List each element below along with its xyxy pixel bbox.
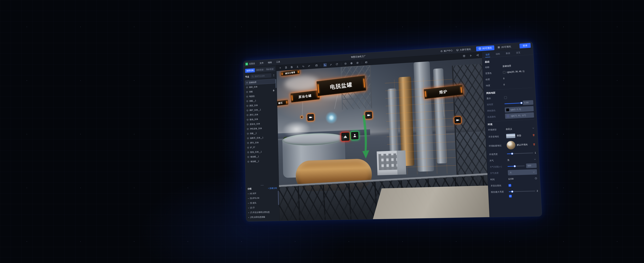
weather-range-input[interactable]: 500 <box>526 163 537 168</box>
env-brightness-value: 1 <box>535 152 536 154</box>
trash-icon[interactable] <box>532 134 535 136</box>
tab-animation[interactable]: 动画 <box>495 51 500 57</box>
mode-2d-button[interactable]: 2D可视化 <box>495 44 514 50</box>
groups-scrollbar[interactable] <box>278 191 279 205</box>
prop-row-sun-max: 阳光最大亮度 2 <box>491 188 538 195</box>
sun-max-slider[interactable] <box>509 191 535 192</box>
undo-button[interactable] <box>302 64 305 68</box>
env-brightness-slider[interactable] <box>507 153 533 154</box>
share-button[interactable] <box>476 53 480 57</box>
trash-icon[interactable] <box>533 143 536 146</box>
export-button[interactable] <box>296 65 299 68</box>
anchor-dot-marker[interactable] <box>301 116 303 118</box>
group-item[interactable]: ▸(29) 全部信息面板 <box>247 214 278 220</box>
move-tool-button[interactable] <box>329 63 333 66</box>
tab-data[interactable]: 数据 <box>505 50 510 56</box>
nodes-title: 节点 <box>245 75 249 78</box>
monitor-icon <box>456 49 459 51</box>
clock-icon[interactable] <box>534 177 537 180</box>
opacity-slider[interactable] <box>504 103 522 104</box>
collapse-all-icon[interactable] <box>272 74 275 76</box>
weather-range-slider[interactable] <box>508 166 524 167</box>
sunlight-checkbox[interactable]: ✓ <box>508 184 511 187</box>
group-item[interactable]: ▸(7) 常压分馏塔分层信息 <box>247 210 278 215</box>
camera-marker[interactable] <box>307 114 314 121</box>
latitude-value[interactable]: 0 <box>504 84 505 86</box>
sphere-view-button[interactable] <box>350 62 353 65</box>
weather-select[interactable]: 无 <box>507 158 536 162</box>
cube-icon <box>246 118 248 121</box>
cube-icon <box>247 132 249 135</box>
cube-icon <box>247 142 249 144</box>
node-search[interactable] <box>250 73 271 79</box>
save-button[interactable] <box>290 65 293 69</box>
login-button[interactable]: 登录 <box>520 43 531 48</box>
app-logo[interactable]: 乐吾乐 <box>245 62 255 66</box>
cube-icon <box>247 128 249 130</box>
chevron-right-icon: ▸ <box>248 216 249 218</box>
skybox-thumbnail[interactable] <box>506 134 516 138</box>
opacity-input[interactable]: 0.99 <box>523 100 534 105</box>
envmap-thumbnail[interactable] <box>506 140 516 150</box>
group-item[interactable]: ▸(5) 箭头 <box>247 200 278 206</box>
menu-file[interactable]: 文件 <box>260 62 264 64</box>
tree-item[interactable]: 储油罐__2 <box>246 158 277 164</box>
camera-icon <box>309 116 312 120</box>
tab-system-resources[interactable]: 系统资源 <box>255 68 265 72</box>
weather-strength-select[interactable]: 大 <box>508 169 537 176</box>
node-search-input[interactable] <box>254 74 270 77</box>
animation-clip-button[interactable] <box>315 64 318 67</box>
line-color-input[interactable]: rgb(72, 81, 117) <box>505 112 534 119</box>
camera-marker[interactable] <box>454 116 461 124</box>
viewport: 减压分馏塔 罐区 原油仓罐 电脱盐罐 熔炉 <box>276 52 489 221</box>
green-arrow <box>358 114 372 162</box>
new-group-link[interactable]: + 新建分组 <box>268 187 277 190</box>
tab-scene-structure[interactable]: 场景结构 <box>245 68 255 73</box>
bigscreen-link[interactable]: 大屏可视化 <box>456 48 471 52</box>
env-type-select[interactable]: 自定义 <box>506 126 535 131</box>
add-button[interactable] <box>278 66 282 70</box>
focus-tool-button[interactable] <box>344 62 347 66</box>
menu-edit[interactable]: 编辑 <box>268 61 272 64</box>
partial-checkbox[interactable]: ✓ <box>509 195 512 198</box>
search-icon <box>252 75 254 78</box>
chevron-down-icon <box>532 127 535 129</box>
chevron-right-icon: ▸ <box>248 212 249 214</box>
group-item[interactable]: ▸(5) 炉01-04 <box>247 195 278 201</box>
tree-scrollbar[interactable] <box>276 79 276 88</box>
new-file-button[interactable] <box>284 66 288 69</box>
grid-color-input[interactable]: rgb(0, 0, 0) <box>505 106 534 112</box>
mode-3d-button[interactable]: 3D可视化 <box>476 45 494 51</box>
play-button[interactable] <box>469 54 473 57</box>
transform-tool-button[interactable] <box>323 63 327 67</box>
skybox-value: 黄昏 <box>517 134 521 137</box>
cube-3d-icon <box>478 47 481 50</box>
show-grid-checkbox[interactable] <box>504 96 507 99</box>
panel-layout-button[interactable] <box>364 60 368 64</box>
group-item[interactable]: ▸(2) 字 <box>247 205 278 210</box>
time-value[interactable]: 12:00 <box>508 178 514 180</box>
color-swatch[interactable] <box>503 71 505 74</box>
account-center-link[interactable]: 账户中心 <box>440 49 453 53</box>
tab-interaction[interactable]: 交互 <box>516 50 521 56</box>
scene-name-value[interactable]: 新建场景 <box>502 64 511 68</box>
longitude-value[interactable]: 0 <box>503 77 504 80</box>
tab-scene[interactable]: 场景 <box>485 52 490 57</box>
rotate-tool-button[interactable] <box>335 62 338 66</box>
page-background: 乐吾乐 文件 编辑 工具 智慧石油化工厂 账户中心 大屏可视化 <box>0 0 644 263</box>
scene-3d-canvas[interactable]: 减压分馏塔 罐区 原油仓罐 电脱盐罐 熔炉 <box>276 58 490 221</box>
alarm-marker[interactable] <box>340 132 350 142</box>
compass-button[interactable] <box>356 61 359 65</box>
cube-icon <box>246 114 248 116</box>
cube-icon <box>247 137 249 140</box>
cube-icon <box>247 146 249 149</box>
preview-button[interactable] <box>462 54 466 58</box>
prop-row-envmap: 环境贴图地址 默认环境光 <box>488 139 536 152</box>
redo-button[interactable] <box>308 64 311 68</box>
tab-my-resources[interactable]: 我的资源 <box>265 67 275 72</box>
cyan-light-flare <box>322 108 340 127</box>
menu-tools[interactable]: 工具 <box>276 60 280 64</box>
chevron-right-icon: ▸ <box>248 207 249 209</box>
worker-marker[interactable] <box>350 131 359 140</box>
bgcolor-value[interactable]: rgba(30, 36, 48, 1) <box>507 70 524 73</box>
